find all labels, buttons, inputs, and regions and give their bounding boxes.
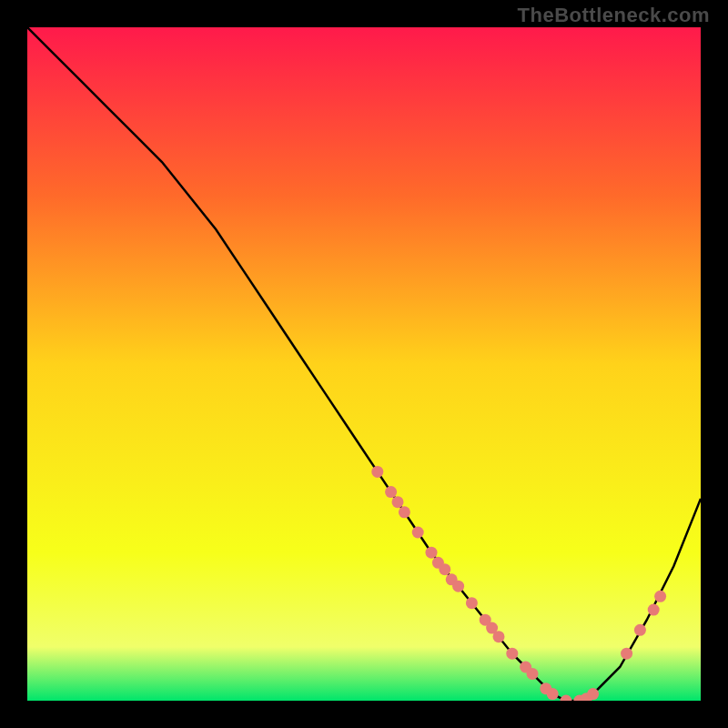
data-dot bbox=[654, 591, 666, 602]
data-dot bbox=[466, 597, 478, 609]
data-dot bbox=[587, 688, 599, 700]
chart-frame: TheBottleneck.com bbox=[0, 0, 728, 728]
data-dot bbox=[399, 506, 410, 518]
data-dot bbox=[412, 527, 424, 539]
chart-svg bbox=[27, 27, 701, 701]
watermark-text: TheBottleneck.com bbox=[518, 4, 710, 27]
data-dot bbox=[506, 648, 518, 660]
data-dot bbox=[547, 688, 559, 700]
data-dot bbox=[439, 563, 450, 575]
data-dot bbox=[385, 486, 397, 498]
data-dot bbox=[621, 648, 632, 660]
data-dot bbox=[392, 496, 404, 508]
plot-area bbox=[27, 27, 701, 701]
data-dot bbox=[452, 581, 464, 592]
data-dot bbox=[426, 547, 438, 559]
data-dot bbox=[371, 466, 383, 478]
data-dot bbox=[648, 604, 660, 616]
data-dot bbox=[493, 631, 505, 642]
data-dot bbox=[634, 624, 646, 636]
data-dot bbox=[527, 668, 539, 680]
